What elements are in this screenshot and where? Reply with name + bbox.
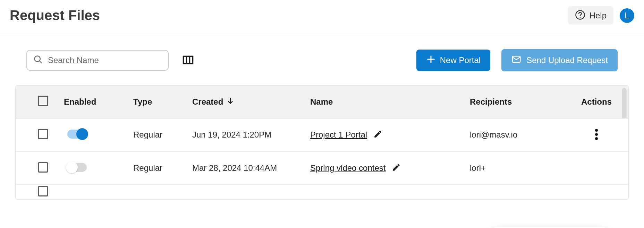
search-input[interactable]	[48, 55, 162, 65]
enabled-toggle[interactable]	[67, 130, 87, 139]
send-upload-request-label: Send Upload Request	[526, 55, 608, 65]
row-created: Jun 19, 2024 1:20PM	[192, 130, 310, 140]
search-icon	[33, 55, 43, 66]
search-wrapper[interactable]	[26, 50, 169, 71]
portal-name-link[interactable]: Spring video contest	[310, 163, 385, 173]
col-created-label: Created	[192, 97, 223, 107]
row-recipients: lori@masv.io	[470, 130, 570, 140]
help-icon	[575, 10, 585, 21]
col-actions: Actions	[581, 97, 612, 107]
col-created[interactable]: Created	[192, 97, 310, 107]
svg-point-10	[595, 133, 598, 136]
help-label: Help	[590, 11, 607, 20]
col-type[interactable]: Type	[133, 97, 192, 107]
table-row: Regular Jun 19, 2024 1:20PM Project 1 Po…	[16, 119, 628, 152]
table-header: Enabled Type Created Name Recipients Act…	[16, 86, 628, 119]
row-actions-button[interactable]	[592, 125, 601, 144]
row-checkbox[interactable]	[38, 129, 48, 139]
portals-table: Enabled Type Created Name Recipients Act…	[15, 85, 629, 200]
table-row	[16, 185, 628, 199]
row-checkbox[interactable]	[38, 162, 48, 173]
select-all-checkbox[interactable]	[38, 96, 48, 106]
edit-icon[interactable]	[373, 130, 382, 140]
row-type: Regular	[133, 163, 192, 173]
avatar[interactable]: L	[620, 8, 634, 23]
columns-button[interactable]	[180, 52, 196, 69]
page-title: Request Files	[10, 8, 100, 23]
svg-point-9	[595, 129, 598, 132]
avatar-initial: L	[625, 11, 629, 20]
new-portal-button[interactable]: New Portal	[416, 50, 490, 71]
plus-icon	[426, 54, 436, 66]
portal-name-link[interactable]: Project 1 Portal	[310, 130, 367, 140]
new-portal-label: New Portal	[440, 55, 481, 65]
svg-point-1	[579, 17, 581, 18]
row-recipients: lori+	[470, 163, 570, 173]
send-upload-request-button[interactable]: Send Upload Request	[501, 49, 618, 71]
row-checkbox[interactable]	[38, 186, 48, 196]
enabled-toggle[interactable]	[67, 163, 87, 172]
col-recipients[interactable]: Recipients	[470, 97, 570, 107]
svg-point-11	[595, 137, 598, 140]
more-vert-icon	[595, 136, 598, 141]
col-enabled[interactable]: Enabled	[64, 97, 133, 107]
sort-down-icon	[227, 97, 234, 107]
table-row: Regular Mar 28, 2024 10:44AM Spring vide…	[16, 152, 628, 185]
svg-rect-2	[184, 56, 193, 63]
col-name[interactable]: Name	[310, 97, 470, 107]
columns-icon	[182, 62, 194, 67]
help-button[interactable]: Help	[568, 6, 613, 25]
row-created: Mar 28, 2024 10:44AM	[192, 163, 310, 173]
edit-icon[interactable]	[392, 163, 401, 173]
row-type: Regular	[133, 130, 192, 140]
mail-icon	[511, 54, 522, 67]
